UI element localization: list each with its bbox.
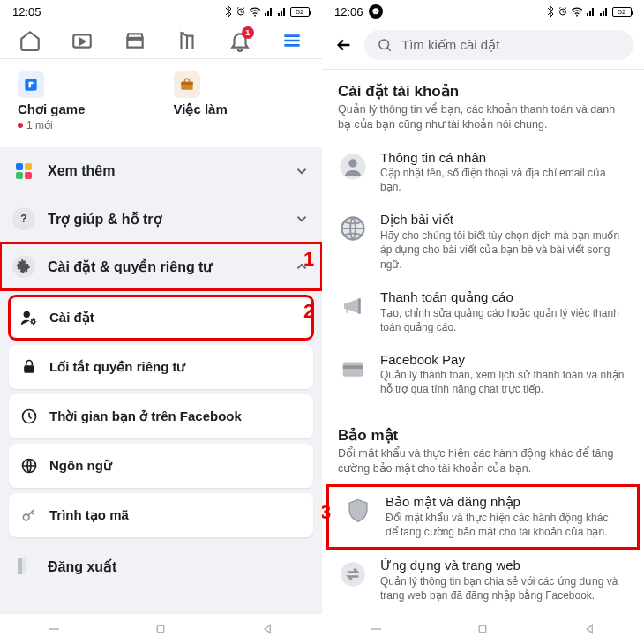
security-section: Bảo mật Đổi mật khẩu và thực hiện các hà… [322,421,644,485]
svg-rect-7 [25,163,32,170]
svg-point-1 [254,15,256,17]
svg-text:?: ? [20,213,26,225]
help-label: Trợ giúp & hỗ trợ [48,211,281,228]
person-circle-icon [338,152,368,182]
privacy-shortcut-label: Lối tắt quyền riêng tư [49,359,186,375]
tab-notifications[interactable]: 1 [228,28,252,53]
notification-badge: 1 [242,26,254,39]
home-nav-icon[interactable] [475,621,490,637]
item-title: Thanh toán quảng cáo [380,289,628,305]
section-desc: Quản lý thông tin về bạn, các khoản than… [338,102,628,132]
signal2-icon [599,7,610,17]
shortcut-sub: 1 mới [18,119,149,131]
svg-rect-30 [480,625,487,633]
alarm-icon [558,6,568,17]
item-sub: Quản lý thông tin bạn chia sẻ với các ứn… [380,574,628,603]
logout-label: Đăng xuất [48,558,310,575]
item-title: Facebook Pay [380,352,628,367]
briefcase-icon [174,71,200,98]
help-support-row[interactable]: ? Trợ giúp & hỗ trợ [0,195,322,243]
chevron-down-icon [294,163,310,179]
chevron-down-icon [294,211,310,227]
search-input[interactable]: Tìm kiếm cài đặt [364,30,633,60]
alarm-icon [236,6,246,17]
status-icons: 52 [546,6,632,17]
messenger-icon [369,4,383,19]
gear-icon [12,255,35,278]
signal1-icon [264,7,274,17]
settings-label: Cài đặt [49,310,94,326]
card-icon [338,354,368,384]
bluetooth-icon [546,6,555,17]
battery-icon: 52 [290,7,310,17]
svg-point-24 [348,159,356,167]
phone-left: 12:05 52 1 Chơi game 1 mới [0,0,322,644]
phone-right: 12:06 52 Tìm kiếm cài đặt Cài đặt tài kh… [322,0,644,644]
wifi-icon [571,6,583,17]
grid-icon [12,160,35,183]
svg-rect-9 [25,172,32,179]
clock: 12:06 [334,5,363,19]
svg-point-22 [379,40,389,49]
svg-rect-6 [16,163,23,170]
svg-rect-13 [24,365,34,372]
ads-payment-item[interactable]: Thanh toán quảng cáo Tạo, chỉnh sửa quản… [322,281,644,343]
shortcut-title: Việc làm [174,101,305,117]
shortcut-jobs[interactable]: Việc làm [165,64,314,140]
help-icon: ? [12,207,35,230]
settings-privacy-row[interactable]: Cài đặt & quyền riêng tư [0,243,322,290]
back-nav-icon[interactable] [260,621,276,637]
svg-point-16 [23,514,29,520]
back-button[interactable] [333,34,356,56]
item-title: Thông tin cá nhân [380,150,628,165]
clock-icon [19,407,39,426]
tab-home[interactable] [18,28,42,53]
gaming-icon [18,71,44,98]
tab-marketplace[interactable] [123,28,147,53]
item-sub: Tạo, chỉnh sửa quảng cáo hoặc quản lý vi… [380,306,628,334]
megaphone-icon [338,291,368,321]
globe-icon [19,456,39,476]
tab-watch[interactable] [70,28,94,53]
see-more-row[interactable]: Xem thêm [0,147,322,195]
apps-websites-item[interactable]: Ứng dụng và trang web Quản lý thông tin … [322,549,644,611]
back-nav-icon[interactable] [582,621,598,637]
tab-menu[interactable] [280,28,304,53]
lock-icon [19,357,39,377]
shortcut-title: Chơi game [18,101,149,117]
code-gen-label: Trình tạo mã [49,507,129,523]
home-nav-icon[interactable] [153,621,168,637]
wifi-icon [249,6,261,17]
svg-point-11 [24,311,30,318]
logout-row[interactable]: Đăng xuất [0,543,322,590]
item-sub: Quản lý thanh toán, xem lịch sử thanh to… [380,368,628,396]
section-title: Bảo mật [338,426,628,445]
language-card[interactable]: Ngôn ngữ [9,444,313,488]
security-login-item[interactable]: Bảo mật và đăng nhập Đổi mật khẩu và thự… [327,485,639,548]
status-bar: 12:05 52 [0,0,322,23]
section-title: Cài đặt tài khoản [338,82,628,101]
item-title: Dịch bài viết [380,212,628,228]
translate-item[interactable]: Dịch bài viết Hãy cho chúng tôi biết tùy… [322,203,644,281]
tab-pages[interactable] [175,28,199,53]
svg-rect-19 [158,625,165,633]
time-on-fb-card[interactable]: Thời gian bạn ở trên Facebook [9,394,313,438]
search-placeholder: Tìm kiếm cài đặt [401,37,499,53]
item-sub: Đổi mật khẩu và thực hiện các hành động … [386,511,623,539]
signal1-icon [586,7,596,17]
logout-icon [12,555,35,578]
code-gen-card[interactable]: Trình tạo mã [9,493,313,537]
settings-card[interactable]: Cài đặt [9,296,313,340]
language-label: Ngôn ngữ [49,458,112,474]
status-icons: 52 [224,6,310,17]
personal-info-item[interactable]: Thông tin cá nhân Cập nhật tên, số điện … [322,141,644,203]
privacy-shortcut-card[interactable]: Lối tắt quyền riêng tư [9,345,313,389]
recent-apps-icon[interactable] [368,621,384,637]
facebook-pay-item[interactable]: Facebook Pay Quản lý thanh toán, xem lịc… [322,343,644,405]
settings-privacy-label: Cài đặt & quyền riêng tư [48,258,281,275]
bluetooth-icon [224,6,233,17]
android-nav [0,614,322,644]
recent-apps-icon[interactable] [46,621,62,637]
shortcut-gaming[interactable]: Chơi game 1 mới [9,64,158,140]
step-1-marker: 1 [303,248,314,271]
